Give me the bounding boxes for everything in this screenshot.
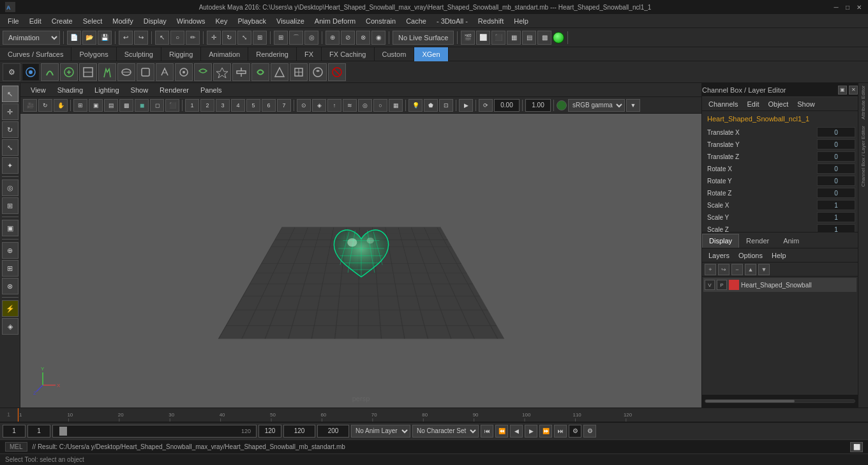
vp-display-5[interactable]: 5: [246, 99, 260, 112]
menu-visualize[interactable]: Visualize: [271, 16, 310, 26]
shelf-icon-14[interactable]: [271, 63, 288, 81]
shelf-icon-9[interactable]: [175, 63, 193, 81]
vp-camera-btn[interactable]: 🎥: [23, 99, 37, 112]
vp-film-gate[interactable]: ▣: [89, 99, 103, 112]
timeline-slider-handle[interactable]: [59, 427, 67, 436]
move-tool[interactable]: ✛: [2, 103, 19, 120]
cb-translate-z-value[interactable]: 0: [817, 151, 855, 162]
vp-color-scheme-select[interactable]: sRGB gamma: [568, 99, 625, 112]
vp-motion-blur[interactable]: ≋: [343, 99, 357, 112]
minimize-button[interactable]: ─: [832, 3, 840, 11]
render-btn-6[interactable]: ▩: [537, 31, 551, 45]
menu-select[interactable]: Select: [78, 16, 108, 26]
menu-key[interactable]: Key: [210, 16, 232, 26]
pb-prev-frame[interactable]: ◀: [510, 425, 523, 438]
shelf-icon-8[interactable]: [156, 63, 174, 81]
render-btn-1[interactable]: 🎬: [461, 31, 475, 45]
render-btn-4[interactable]: ▦: [507, 31, 521, 45]
rotate-tool-button[interactable]: ↻: [222, 31, 236, 45]
tab-polygons[interactable]: Polygons: [71, 47, 116, 61]
menu-file[interactable]: File: [3, 16, 24, 26]
tool-btn-10[interactable]: ◉: [371, 31, 385, 45]
vp-playblast[interactable]: ▶: [459, 99, 473, 112]
pb-next-frame[interactable]: ⏩: [539, 425, 552, 438]
vp-isolate[interactable]: ⊙: [297, 99, 311, 112]
snap-grid-button[interactable]: ⊞: [274, 31, 288, 45]
cb-expand-btn[interactable]: ▣: [838, 86, 847, 95]
tool-btn-8[interactable]: ⊘: [341, 31, 355, 45]
vp-ao[interactable]: ○: [373, 99, 387, 112]
menu-cache[interactable]: Cache: [401, 16, 431, 26]
scale-tool-button[interactable]: ⤡: [237, 31, 251, 45]
open-scene-button[interactable]: 📂: [82, 31, 96, 45]
viewport-canvas[interactable]: persp X Y Z: [20, 114, 701, 408]
menu-display[interactable]: Display: [138, 16, 172, 26]
cb-menu-show[interactable]: Show: [793, 99, 819, 109]
shelf-gear-button[interactable]: ⚙: [3, 63, 20, 81]
vp-flat-shade[interactable]: ◻: [150, 99, 164, 112]
timeline-ruler[interactable]: 1 10 20 30 40 50 60 70 80: [18, 408, 702, 422]
tab-fx[interactable]: FX: [297, 47, 322, 61]
range-end-2-input[interactable]: [283, 425, 315, 438]
vp-color-settings[interactable]: ▼: [626, 99, 640, 112]
anim-layer-select[interactable]: No Anim Layer: [351, 425, 410, 438]
script-mode-indicator[interactable]: MEL: [5, 442, 27, 452]
new-scene-button[interactable]: 📄: [67, 31, 81, 45]
maximize-button[interactable]: □: [844, 3, 851, 11]
menu-3dtoall[interactable]: - 3DtoAll -: [431, 16, 473, 26]
shelf-icon-12[interactable]: [232, 63, 250, 81]
animation-mode-dropdown[interactable]: Animation: [3, 31, 60, 45]
snap-point-button[interactable]: ◎: [304, 31, 318, 45]
pb-go-end[interactable]: ⏭: [554, 425, 567, 438]
vp-menu-show[interactable]: Show: [126, 85, 154, 95]
marquee-select[interactable]: ▣: [2, 220, 19, 236]
layer-v-btn[interactable]: V: [705, 280, 715, 290]
vp-menu-shading[interactable]: Shading: [52, 85, 88, 95]
menu-create[interactable]: Create: [47, 16, 78, 26]
vp-display-7[interactable]: 7: [277, 99, 291, 112]
cb-rotate-x-value[interactable]: 0: [817, 164, 855, 174]
vp-lights[interactable]: 💡: [408, 99, 423, 112]
cb-rotate-y-value[interactable]: 0: [817, 176, 855, 186]
cb-menu-channels[interactable]: Channels: [705, 99, 742, 109]
transform-tool-button[interactable]: ⊞: [253, 31, 267, 45]
vp-shading-mode-1[interactable]: 1: [185, 99, 199, 112]
menu-playback[interactable]: Playback: [232, 16, 271, 26]
no-live-surface-button[interactable]: No Live Surface: [393, 31, 454, 45]
vp-normals[interactable]: ↑: [327, 99, 341, 112]
cb-close-btn[interactable]: ✕: [849, 86, 858, 95]
vp-smooth-shade[interactable]: ◼: [135, 99, 149, 112]
paint-select-button[interactable]: ✏: [186, 31, 200, 45]
redo-button[interactable]: ↪: [134, 31, 148, 45]
vp-hud[interactable]: ▦: [389, 99, 403, 112]
attribute-editor-tab-label[interactable]: Attribute Editor: [860, 86, 866, 119]
vp-rotate-view[interactable]: ↻: [38, 99, 52, 112]
vp-grid-btn[interactable]: ⊞: [73, 99, 87, 112]
shelf-icon-11[interactable]: [213, 63, 231, 81]
vp-shadows[interactable]: ⬟: [424, 99, 438, 112]
tab-custom[interactable]: Custom: [375, 47, 415, 61]
vp-menu-renderer[interactable]: Renderer: [154, 85, 194, 95]
rotate-tool[interactable]: ↻: [2, 121, 19, 138]
shelf-icon-16[interactable]: [309, 63, 327, 81]
menu-anim-deform[interactable]: Anim Deform: [310, 16, 361, 26]
cb-scale-x-value[interactable]: 1: [817, 200, 855, 210]
transform-2[interactable]: ⊞: [2, 197, 19, 214]
pb-step-back[interactable]: ⏪: [495, 425, 508, 438]
cb-translate-y-value[interactable]: 0: [817, 139, 855, 149]
vp-far-clip-input[interactable]: 1.00: [525, 99, 551, 112]
shelf-icon-6[interactable]: [117, 63, 135, 81]
shelf-icon-2[interactable]: [41, 63, 59, 81]
layer-add-btn[interactable]: ↪: [718, 264, 730, 275]
menu-windows[interactable]: Windows: [172, 16, 211, 26]
vp-display-6[interactable]: 6: [262, 99, 276, 112]
shelf-icon-7[interactable]: [137, 63, 154, 81]
tab-fx-caching[interactable]: FX Caching: [322, 47, 374, 61]
lasso-tool-button[interactable]: ○: [170, 31, 184, 45]
cb-menu-edit[interactable]: Edit: [743, 99, 763, 109]
vp-xray[interactable]: ◈: [312, 99, 326, 112]
tool-btn-9[interactable]: ⊗: [356, 31, 370, 45]
layers-menu-options[interactable]: Options: [735, 250, 767, 261]
render-btn-3[interactable]: ⬛: [491, 31, 505, 45]
channel-box-strip-label[interactable]: Channel Box / Layer Editor: [860, 126, 866, 187]
